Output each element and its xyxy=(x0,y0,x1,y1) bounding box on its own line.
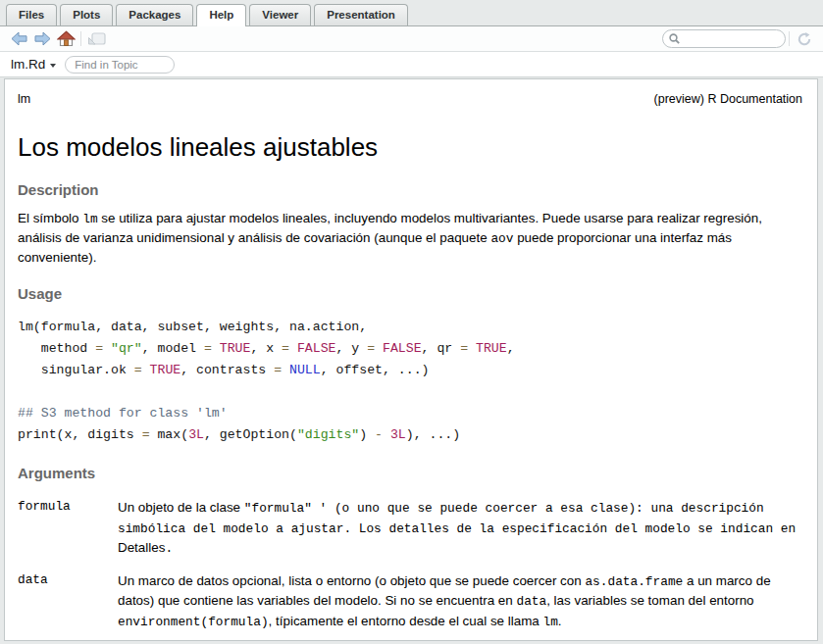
inline-kw: 3L xyxy=(390,427,406,442)
inline-kw: TRUE xyxy=(220,341,251,356)
inline-mono: . xyxy=(165,541,173,556)
inline-op: = xyxy=(134,363,142,377)
inline-text: method xyxy=(18,341,95,356)
chevron-down-icon xyxy=(50,64,56,68)
toolbar-separator-right xyxy=(789,31,790,46)
toolbar-separator xyxy=(80,31,81,46)
tab-presentation[interactable]: Presentation xyxy=(314,4,408,25)
inline-text: El símbolo xyxy=(18,211,82,225)
doc-source-label: (preview) R Documentation xyxy=(654,92,802,106)
forward-button[interactable] xyxy=(30,29,54,49)
inline-op: - xyxy=(375,427,383,442)
inline-text: max( xyxy=(150,427,189,442)
inline-text: print(x, digits xyxy=(18,427,142,442)
tab-plots[interactable]: Plots xyxy=(60,4,113,25)
inline-op: = xyxy=(95,341,103,356)
topic-dropdown[interactable]: lm.Rd xyxy=(11,57,56,72)
code-line: lm(formula, data, subset, weights, na.ac… xyxy=(18,317,802,338)
search-icon xyxy=(669,33,680,44)
inline-op: = xyxy=(460,341,468,356)
inline-text: Un marco de datos opcional, lista o ento… xyxy=(118,573,585,588)
inline-text: ) xyxy=(359,427,375,442)
doc-topic-id: lm xyxy=(18,92,30,106)
inline-mono: data xyxy=(516,594,546,609)
inline-text: , xyxy=(507,341,515,356)
inline-text: , contrasts xyxy=(180,363,274,377)
inline-op: = xyxy=(274,363,282,377)
inline-kw: FALSE xyxy=(297,341,336,356)
help-search-input[interactable] xyxy=(684,32,779,46)
tab-help[interactable]: Help xyxy=(196,4,246,26)
topic-bar: lm.Rd xyxy=(0,52,823,77)
inline-text: , x xyxy=(250,341,282,356)
home-button[interactable] xyxy=(54,29,77,49)
topic-name: lm.Rd xyxy=(11,57,45,72)
argument-description: Un objeto de la clase "formula" ' (o uno… xyxy=(118,498,802,559)
inline-text: Un objeto de la clase xyxy=(118,500,244,515)
inline-kw: FALSE xyxy=(383,341,422,356)
code-line: method = "qr", model = TRUE, x = FALSE, … xyxy=(18,338,802,360)
content-outer: lm (preview) R Documentation Los modelos… xyxy=(0,77,823,644)
home-icon xyxy=(57,30,76,47)
find-in-topic-box xyxy=(65,55,175,74)
argument-term: formula xyxy=(18,498,118,559)
inline-text: , y xyxy=(336,341,368,356)
inline-text: , las variables se toman del entorno xyxy=(546,593,753,608)
inline-op: = xyxy=(367,341,375,356)
inline-nul: NULL xyxy=(289,363,321,377)
inline-str: "digits" xyxy=(297,427,359,442)
help-toolbar xyxy=(0,25,823,52)
inline-text: Detalles xyxy=(118,540,165,555)
code-line: print(x, digits = max(3L, getOption("dig… xyxy=(18,424,802,446)
help-search-box xyxy=(662,29,786,48)
inline-text: , qr xyxy=(422,341,461,356)
inline-text xyxy=(103,341,111,356)
inline-com: ## S3 method for class 'lm' xyxy=(18,406,228,421)
inline-kw: TRUE xyxy=(150,363,181,377)
inline-text xyxy=(383,427,390,442)
inline-text: ), ...) xyxy=(406,427,460,442)
forward-arrow-icon xyxy=(34,31,51,46)
inline-text: , típicamente el entorno desde el cual s… xyxy=(269,614,543,628)
inline-mono: environment(formula) xyxy=(118,615,269,629)
inline-text: , getOption( xyxy=(204,427,297,442)
inline-text xyxy=(282,363,289,377)
inline-text xyxy=(468,341,476,356)
tab-packages[interactable]: Packages xyxy=(116,4,193,25)
usage-code-block: lm(formula, data, subset, weights, na.ac… xyxy=(18,317,802,446)
find-in-topic-input[interactable] xyxy=(65,56,175,74)
description-heading: Description xyxy=(18,181,802,198)
inline-text: . xyxy=(558,614,562,628)
inline-text: , offset, ...) xyxy=(321,363,430,377)
tab-files[interactable]: Files xyxy=(6,4,57,25)
inline-mono: aov xyxy=(490,231,513,246)
tab-viewer[interactable]: Viewer xyxy=(249,4,311,25)
back-button[interactable] xyxy=(7,29,30,49)
inline-text: singular.ok xyxy=(18,363,134,377)
inline-text: , model xyxy=(142,341,204,356)
popout-window-icon xyxy=(87,31,106,46)
code-line: ## S3 method for class 'lm' xyxy=(18,403,802,424)
show-in-new-window-button[interactable] xyxy=(84,29,108,49)
description-paragraph: El símbolo lm se utiliza para ajustar mo… xyxy=(18,209,802,267)
inline-text xyxy=(289,341,297,356)
help-document: lm (preview) R Documentation Los modelos… xyxy=(4,78,818,641)
inline-text xyxy=(375,341,383,356)
argument-description: Un marco de datos opcional, lista o ento… xyxy=(118,571,802,632)
back-arrow-icon xyxy=(11,31,27,46)
inline-text xyxy=(212,341,220,356)
inline-op: = xyxy=(204,341,212,356)
code-line xyxy=(18,381,802,403)
refresh-button[interactable] xyxy=(793,29,816,49)
doc-meta-row: lm (preview) R Documentation xyxy=(18,92,802,106)
inline-op: = xyxy=(282,341,289,356)
page-title: Los modelos lineales ajustables xyxy=(18,132,802,163)
help-pane: Files Plots Packages Help Viewer Present… xyxy=(0,0,823,644)
inline-op: = xyxy=(142,427,150,442)
refresh-icon xyxy=(797,31,812,47)
code-line: singular.ok = TRUE, contrasts = NULL, of… xyxy=(18,360,802,381)
arguments-table: formulaUn objeto de la clase "formula" '… xyxy=(18,498,802,641)
inline-mono: lm xyxy=(82,212,97,226)
arguments-heading: Arguments xyxy=(18,465,802,481)
pane-tab-bar: Files Plots Packages Help Viewer Present… xyxy=(0,0,823,25)
